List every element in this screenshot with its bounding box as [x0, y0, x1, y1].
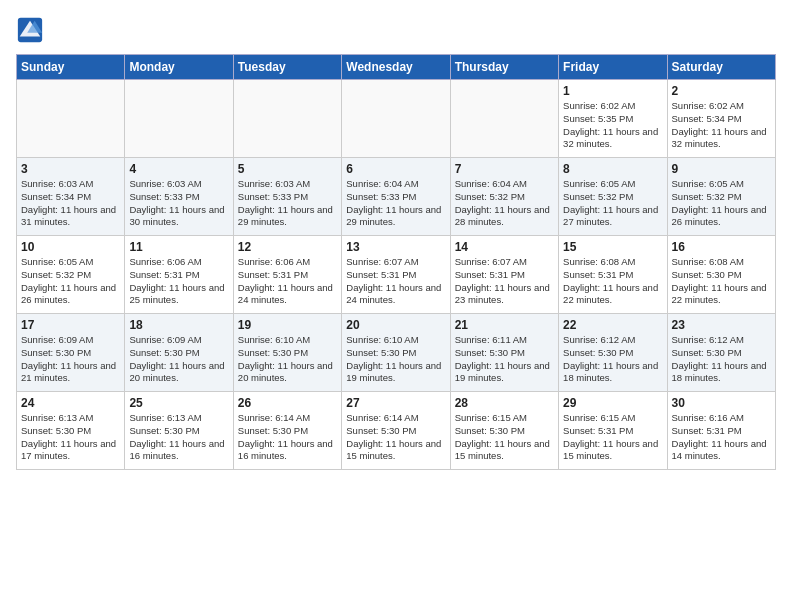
day-number: 3	[21, 162, 120, 176]
day-number: 28	[455, 396, 554, 410]
day-cell	[17, 80, 125, 158]
day-cell: 21Sunrise: 6:11 AM Sunset: 5:30 PM Dayli…	[450, 314, 558, 392]
day-info: Sunrise: 6:05 AM Sunset: 5:32 PM Dayligh…	[672, 178, 771, 229]
day-info: Sunrise: 6:10 AM Sunset: 5:30 PM Dayligh…	[238, 334, 337, 385]
day-cell: 5Sunrise: 6:03 AM Sunset: 5:33 PM Daylig…	[233, 158, 341, 236]
day-cell: 18Sunrise: 6:09 AM Sunset: 5:30 PM Dayli…	[125, 314, 233, 392]
day-cell: 10Sunrise: 6:05 AM Sunset: 5:32 PM Dayli…	[17, 236, 125, 314]
day-info: Sunrise: 6:03 AM Sunset: 5:34 PM Dayligh…	[21, 178, 120, 229]
day-number: 20	[346, 318, 445, 332]
day-info: Sunrise: 6:07 AM Sunset: 5:31 PM Dayligh…	[346, 256, 445, 307]
day-number: 13	[346, 240, 445, 254]
day-info: Sunrise: 6:06 AM Sunset: 5:31 PM Dayligh…	[129, 256, 228, 307]
logo-icon	[16, 16, 44, 44]
day-info: Sunrise: 6:12 AM Sunset: 5:30 PM Dayligh…	[672, 334, 771, 385]
day-cell: 9Sunrise: 6:05 AM Sunset: 5:32 PM Daylig…	[667, 158, 775, 236]
weekday-header-monday: Monday	[125, 55, 233, 80]
weekday-header-sunday: Sunday	[17, 55, 125, 80]
day-info: Sunrise: 6:14 AM Sunset: 5:30 PM Dayligh…	[238, 412, 337, 463]
day-cell: 1Sunrise: 6:02 AM Sunset: 5:35 PM Daylig…	[559, 80, 667, 158]
day-cell: 15Sunrise: 6:08 AM Sunset: 5:31 PM Dayli…	[559, 236, 667, 314]
day-cell: 23Sunrise: 6:12 AM Sunset: 5:30 PM Dayli…	[667, 314, 775, 392]
day-cell: 2Sunrise: 6:02 AM Sunset: 5:34 PM Daylig…	[667, 80, 775, 158]
day-number: 24	[21, 396, 120, 410]
day-number: 9	[672, 162, 771, 176]
day-info: Sunrise: 6:03 AM Sunset: 5:33 PM Dayligh…	[129, 178, 228, 229]
day-number: 1	[563, 84, 662, 98]
day-cell: 25Sunrise: 6:13 AM Sunset: 5:30 PM Dayli…	[125, 392, 233, 470]
day-info: Sunrise: 6:04 AM Sunset: 5:33 PM Dayligh…	[346, 178, 445, 229]
week-row-0: 1Sunrise: 6:02 AM Sunset: 5:35 PM Daylig…	[17, 80, 776, 158]
calendar-header: SundayMondayTuesdayWednesdayThursdayFrid…	[17, 55, 776, 80]
day-number: 23	[672, 318, 771, 332]
day-info: Sunrise: 6:07 AM Sunset: 5:31 PM Dayligh…	[455, 256, 554, 307]
day-number: 30	[672, 396, 771, 410]
day-info: Sunrise: 6:13 AM Sunset: 5:30 PM Dayligh…	[21, 412, 120, 463]
day-info: Sunrise: 6:05 AM Sunset: 5:32 PM Dayligh…	[563, 178, 662, 229]
day-cell: 8Sunrise: 6:05 AM Sunset: 5:32 PM Daylig…	[559, 158, 667, 236]
day-info: Sunrise: 6:02 AM Sunset: 5:34 PM Dayligh…	[672, 100, 771, 151]
weekday-header-thursday: Thursday	[450, 55, 558, 80]
week-row-1: 3Sunrise: 6:03 AM Sunset: 5:34 PM Daylig…	[17, 158, 776, 236]
day-cell	[125, 80, 233, 158]
week-row-4: 24Sunrise: 6:13 AM Sunset: 5:30 PM Dayli…	[17, 392, 776, 470]
weekday-header-saturday: Saturday	[667, 55, 775, 80]
day-info: Sunrise: 6:11 AM Sunset: 5:30 PM Dayligh…	[455, 334, 554, 385]
day-info: Sunrise: 6:05 AM Sunset: 5:32 PM Dayligh…	[21, 256, 120, 307]
day-cell: 29Sunrise: 6:15 AM Sunset: 5:31 PM Dayli…	[559, 392, 667, 470]
calendar-table: SundayMondayTuesdayWednesdayThursdayFrid…	[16, 54, 776, 470]
day-cell: 14Sunrise: 6:07 AM Sunset: 5:31 PM Dayli…	[450, 236, 558, 314]
day-number: 12	[238, 240, 337, 254]
day-cell: 30Sunrise: 6:16 AM Sunset: 5:31 PM Dayli…	[667, 392, 775, 470]
day-cell: 16Sunrise: 6:08 AM Sunset: 5:30 PM Dayli…	[667, 236, 775, 314]
day-cell: 26Sunrise: 6:14 AM Sunset: 5:30 PM Dayli…	[233, 392, 341, 470]
day-cell: 11Sunrise: 6:06 AM Sunset: 5:31 PM Dayli…	[125, 236, 233, 314]
page-header	[16, 16, 776, 44]
day-info: Sunrise: 6:06 AM Sunset: 5:31 PM Dayligh…	[238, 256, 337, 307]
day-number: 2	[672, 84, 771, 98]
day-number: 8	[563, 162, 662, 176]
weekday-header-row: SundayMondayTuesdayWednesdayThursdayFrid…	[17, 55, 776, 80]
day-info: Sunrise: 6:02 AM Sunset: 5:35 PM Dayligh…	[563, 100, 662, 151]
day-number: 7	[455, 162, 554, 176]
day-info: Sunrise: 6:09 AM Sunset: 5:30 PM Dayligh…	[21, 334, 120, 385]
day-number: 10	[21, 240, 120, 254]
day-cell: 4Sunrise: 6:03 AM Sunset: 5:33 PM Daylig…	[125, 158, 233, 236]
day-number: 18	[129, 318, 228, 332]
day-number: 29	[563, 396, 662, 410]
calendar-body: 1Sunrise: 6:02 AM Sunset: 5:35 PM Daylig…	[17, 80, 776, 470]
day-info: Sunrise: 6:04 AM Sunset: 5:32 PM Dayligh…	[455, 178, 554, 229]
day-cell: 28Sunrise: 6:15 AM Sunset: 5:30 PM Dayli…	[450, 392, 558, 470]
day-number: 15	[563, 240, 662, 254]
day-info: Sunrise: 6:14 AM Sunset: 5:30 PM Dayligh…	[346, 412, 445, 463]
day-cell: 13Sunrise: 6:07 AM Sunset: 5:31 PM Dayli…	[342, 236, 450, 314]
day-cell: 20Sunrise: 6:10 AM Sunset: 5:30 PM Dayli…	[342, 314, 450, 392]
day-info: Sunrise: 6:16 AM Sunset: 5:31 PM Dayligh…	[672, 412, 771, 463]
day-cell: 12Sunrise: 6:06 AM Sunset: 5:31 PM Dayli…	[233, 236, 341, 314]
day-number: 4	[129, 162, 228, 176]
day-cell: 7Sunrise: 6:04 AM Sunset: 5:32 PM Daylig…	[450, 158, 558, 236]
day-cell: 22Sunrise: 6:12 AM Sunset: 5:30 PM Dayli…	[559, 314, 667, 392]
day-info: Sunrise: 6:08 AM Sunset: 5:31 PM Dayligh…	[563, 256, 662, 307]
day-cell: 19Sunrise: 6:10 AM Sunset: 5:30 PM Dayli…	[233, 314, 341, 392]
day-cell: 17Sunrise: 6:09 AM Sunset: 5:30 PM Dayli…	[17, 314, 125, 392]
day-number: 14	[455, 240, 554, 254]
weekday-header-friday: Friday	[559, 55, 667, 80]
day-cell	[450, 80, 558, 158]
day-number: 5	[238, 162, 337, 176]
day-number: 27	[346, 396, 445, 410]
day-cell: 27Sunrise: 6:14 AM Sunset: 5:30 PM Dayli…	[342, 392, 450, 470]
day-number: 22	[563, 318, 662, 332]
day-info: Sunrise: 6:09 AM Sunset: 5:30 PM Dayligh…	[129, 334, 228, 385]
day-number: 19	[238, 318, 337, 332]
day-info: Sunrise: 6:12 AM Sunset: 5:30 PM Dayligh…	[563, 334, 662, 385]
day-number: 25	[129, 396, 228, 410]
day-info: Sunrise: 6:15 AM Sunset: 5:31 PM Dayligh…	[563, 412, 662, 463]
day-info: Sunrise: 6:10 AM Sunset: 5:30 PM Dayligh…	[346, 334, 445, 385]
day-number: 16	[672, 240, 771, 254]
day-number: 21	[455, 318, 554, 332]
day-cell	[233, 80, 341, 158]
week-row-2: 10Sunrise: 6:05 AM Sunset: 5:32 PM Dayli…	[17, 236, 776, 314]
day-cell: 6Sunrise: 6:04 AM Sunset: 5:33 PM Daylig…	[342, 158, 450, 236]
week-row-3: 17Sunrise: 6:09 AM Sunset: 5:30 PM Dayli…	[17, 314, 776, 392]
